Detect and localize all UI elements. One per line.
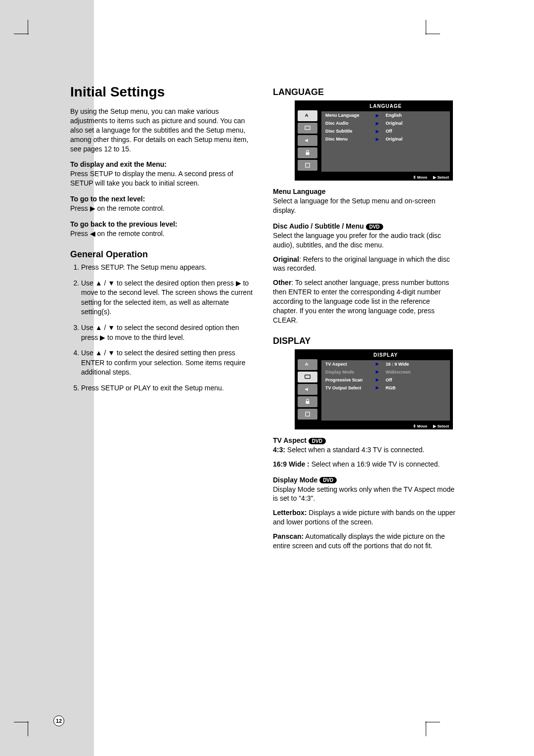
para-display-exit: Press SETUP to display the menu. A secon… bbox=[70, 169, 253, 188]
dvd-badge: DVD bbox=[366, 224, 383, 230]
left-column: Initial Settings By using the Setup menu… bbox=[70, 84, 253, 556]
osd-row-value: RGB bbox=[386, 385, 450, 390]
svg-text:A: A bbox=[305, 113, 309, 118]
triangle-right-icon: ▶ bbox=[376, 370, 386, 374]
heading-display-mode: Display Mode DVD bbox=[273, 476, 456, 484]
osd-language-screenshot: LANGUAGE A Menu Language▶English Disc Au… bbox=[295, 100, 453, 181]
crop-mark bbox=[425, 34, 440, 34]
dvd-badge: DVD bbox=[319, 477, 337, 483]
others-tab-icon bbox=[298, 160, 317, 171]
heading-menu-language: Menu Language bbox=[273, 188, 456, 195]
para-letterbox: Letterbox: Displays a wide picture with … bbox=[273, 508, 456, 527]
para-43: 4:3: Select when a standard 4:3 TV is co… bbox=[273, 445, 456, 455]
triangle-right-icon: ▶ bbox=[376, 378, 386, 382]
osd-title: DISPLAY bbox=[321, 351, 450, 359]
text-other: : To select another language, press numb… bbox=[273, 279, 449, 324]
heading-display-mode-text: Display Mode bbox=[273, 476, 317, 484]
crop-mark bbox=[426, 20, 426, 35]
crop-mark bbox=[14, 34, 29, 34]
label-letterbox: Letterbox: bbox=[273, 509, 307, 517]
step-item: Use ▲ / ▼ to select the desired setting … bbox=[81, 348, 253, 378]
general-operation-steps: Press SETUP. The Setup menu appears. Use… bbox=[70, 263, 253, 393]
lock-tab-icon bbox=[298, 147, 317, 158]
dvd-badge: DVD bbox=[309, 438, 326, 444]
osd-row-value: Widescreen bbox=[386, 370, 450, 375]
intro-paragraph: By using the Setup menu, you can make va… bbox=[70, 107, 253, 153]
label-panscan: Panscan: bbox=[273, 532, 304, 540]
osd-row-label: Progressive Scan bbox=[321, 378, 376, 382]
para-menu-language: Select a language for the Setup menu and… bbox=[273, 196, 456, 215]
language-tab-icon: A bbox=[298, 359, 317, 370]
display-tab-icon bbox=[298, 123, 317, 134]
heading-tv-aspect: TV Aspect DVD bbox=[273, 436, 456, 444]
heading-next-level: To go to the next level: bbox=[70, 195, 253, 203]
osd-footer-move: Move bbox=[417, 175, 427, 180]
svg-rect-3 bbox=[306, 163, 310, 167]
svg-rect-6 bbox=[306, 401, 310, 404]
language-tab-icon: A bbox=[298, 110, 317, 121]
svg-rect-1 bbox=[305, 126, 311, 130]
audio-tab-icon bbox=[298, 135, 317, 146]
para-169: 16:9 Wide : Select when a 16:9 wide TV i… bbox=[273, 460, 456, 469]
label-43: 4:3: bbox=[273, 446, 285, 454]
step-item: Use ▲ / ▼ to select the desired option t… bbox=[81, 279, 253, 317]
osd-row-value: English bbox=[386, 113, 450, 118]
triangle-right-icon: ▶ bbox=[376, 129, 386, 134]
osd-row-value: Off bbox=[386, 378, 450, 382]
osd-row-label: TV Aspect bbox=[321, 362, 376, 367]
crop-mark bbox=[14, 722, 29, 722]
page-title: Initial Settings bbox=[70, 84, 253, 100]
others-tab-icon bbox=[298, 409, 317, 420]
label-169: 16:9 Wide : bbox=[273, 460, 310, 468]
triangle-right-icon: ▶ bbox=[433, 175, 436, 180]
osd-row-value: 16 : 9 Wide bbox=[386, 362, 450, 367]
osd-footer: ⇕ Move ▶ Select bbox=[413, 175, 449, 180]
triangle-right-icon: ▶ bbox=[433, 424, 436, 428]
heading-general-operation: General Operation bbox=[70, 249, 253, 260]
crop-mark bbox=[425, 722, 440, 722]
osd-row-value: Original bbox=[386, 121, 450, 126]
osd-tab-strip: A bbox=[298, 359, 321, 420]
svg-rect-7 bbox=[306, 412, 310, 416]
para-panscan: Panscan: Automatically displays the wide… bbox=[273, 532, 456, 551]
triangle-right-icon: ▶ bbox=[376, 137, 386, 142]
heading-display-exit: To display and exit the Menu: bbox=[70, 160, 253, 168]
osd-row-label: Disc Subtitle bbox=[321, 129, 376, 134]
triangle-right-icon: ▶ bbox=[376, 385, 386, 390]
text-169: Select when a 16:9 wide TV is connected. bbox=[310, 460, 440, 468]
osd-row-label: Menu Language bbox=[321, 113, 376, 118]
lock-tab-icon bbox=[298, 396, 317, 407]
audio-tab-icon bbox=[298, 384, 317, 395]
page-number: 12 bbox=[53, 715, 64, 726]
osd-footer-select: Select bbox=[437, 175, 449, 180]
osd-footer-move: Move bbox=[417, 424, 427, 428]
para-display-mode: Display Mode setting works only when the… bbox=[273, 485, 456, 504]
para-next-level: Press ▶ on the remote control. bbox=[70, 204, 253, 213]
osd-footer: ⇕ Move ▶ Select bbox=[413, 424, 449, 428]
osd-row-value: Off bbox=[386, 129, 450, 134]
svg-text:A: A bbox=[305, 362, 309, 367]
svg-rect-5 bbox=[305, 375, 311, 378]
label-original: Original bbox=[273, 255, 299, 263]
right-column: LANGUAGE LANGUAGE A Menu Language▶Englis… bbox=[273, 84, 456, 556]
crop-mark bbox=[426, 721, 426, 736]
label-other: Other bbox=[273, 279, 291, 286]
para-disc-audio: Select the language you prefer for the a… bbox=[273, 231, 456, 250]
updown-icon: ⇕ bbox=[413, 424, 416, 428]
triangle-right-icon: ▶ bbox=[376, 362, 386, 366]
triangle-right-icon: ▶ bbox=[376, 121, 386, 126]
crop-mark bbox=[28, 20, 28, 35]
crop-mark bbox=[28, 721, 28, 736]
triangle-right-icon: ▶ bbox=[376, 113, 386, 118]
osd-row-label: Disc Menu bbox=[321, 137, 376, 142]
osd-footer-select: Select bbox=[437, 424, 449, 428]
heading-language: LANGUAGE bbox=[273, 87, 456, 97]
heading-prev-level: To go back to the previous level: bbox=[70, 220, 253, 228]
osd-row-label: Disc Audio bbox=[321, 121, 376, 126]
updown-icon: ⇕ bbox=[413, 175, 416, 180]
para-prev-level: Press ◀ on the remote control. bbox=[70, 229, 253, 238]
osd-display-screenshot: DISPLAY A TV Aspect▶16 : 9 Wide Display … bbox=[295, 349, 453, 429]
heading-display: DISPLAY bbox=[273, 336, 456, 346]
step-item: Press SETUP. The Setup menu appears. bbox=[81, 263, 253, 273]
step-item: Use ▲ / ▼ to select the second desired o… bbox=[81, 323, 253, 342]
